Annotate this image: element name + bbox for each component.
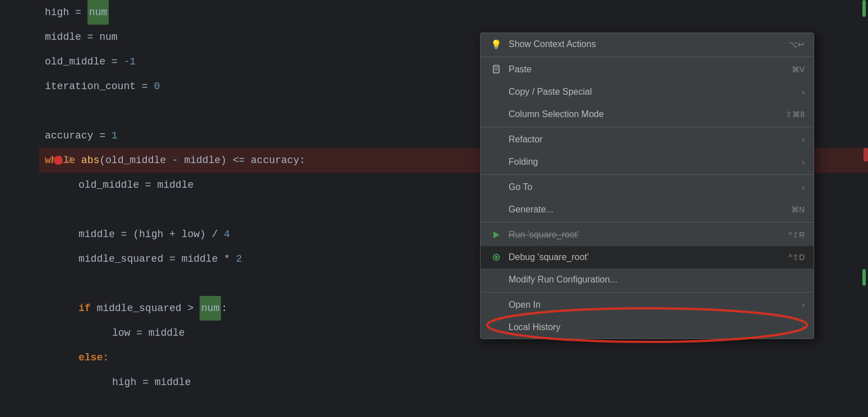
code-line-15: else: xyxy=(39,345,868,370)
scroll-indicator-top xyxy=(862,0,866,17)
divider-5 xyxy=(481,292,814,293)
menu-label-refactor: Refactor xyxy=(509,135,796,145)
menu-label-column-selection: Column Selection Mode xyxy=(509,109,774,119)
scroll-indicator-mid xyxy=(862,269,866,286)
menu-label-show-context: Show Context Actions xyxy=(509,39,778,49)
menu-label-goto: Go To xyxy=(509,182,796,192)
menu-label-copy-paste-special: Copy / Paste Special xyxy=(509,87,796,97)
menu-label-local-history: Local History xyxy=(509,322,796,332)
svg-line-11 xyxy=(493,254,495,256)
menu-label-paste: Paste xyxy=(509,64,781,75)
menu-label-debug: Debug 'square_root' xyxy=(509,252,777,262)
menu-item-show-context[interactable]: 💡 Show Context Actions ⌥↩ xyxy=(481,33,814,55)
menu-item-debug-square-root[interactable]: Debug 'square_root' ^⇧D xyxy=(481,246,814,268)
menu-shortcut-debug: ^⇧D xyxy=(788,253,805,262)
breakpoint-icon xyxy=(54,156,63,165)
svg-line-13 xyxy=(498,254,500,256)
bulb-icon: 💡 xyxy=(490,39,503,50)
shield-icon: 🛡 xyxy=(65,148,73,173)
menu-item-folding[interactable]: Folding › xyxy=(481,151,814,173)
menu-label-modify-run: Modify Run Configuration... xyxy=(509,275,805,285)
menu-item-column-selection[interactable]: Column Selection Mode ⇧⌘8 xyxy=(481,103,814,126)
code-line-16: high = middle xyxy=(39,370,868,395)
gutter-7: 🛡 xyxy=(39,148,79,173)
menu-item-local-history[interactable]: Local History › xyxy=(481,316,814,339)
svg-point-6 xyxy=(495,256,498,259)
context-menu: 💡 Show Context Actions ⌥↩ Paste ⌘V Copy … xyxy=(480,33,814,339)
menu-shortcut-generate: ⌘N xyxy=(791,205,805,214)
arrow-icon-3: › xyxy=(802,157,805,166)
arrow-icon-5: › xyxy=(802,300,805,309)
menu-item-goto[interactable]: Go To › xyxy=(481,176,814,198)
arrow-icon-6: › xyxy=(802,323,805,332)
menu-shortcut-show-context: ⌥↩ xyxy=(789,40,805,49)
menu-shortcut-paste: ⌘V xyxy=(792,65,805,74)
divider-3 xyxy=(481,174,814,175)
arrow-icon-2: › xyxy=(802,135,805,144)
menu-label-folding: Folding xyxy=(509,157,796,167)
svg-line-12 xyxy=(498,260,500,261)
error-indicator xyxy=(864,148,868,161)
menu-shortcut-column: ⇧⌘8 xyxy=(786,110,805,119)
menu-label-open-in: Open In xyxy=(509,300,796,310)
debug-icon xyxy=(490,253,503,262)
clipboard-icon xyxy=(490,64,503,75)
arrow-icon-1: › xyxy=(802,87,805,96)
divider-1 xyxy=(481,57,814,57)
menu-label-run: Run 'square_root' xyxy=(509,230,777,240)
svg-marker-4 xyxy=(493,231,500,238)
arrow-icon-4: › xyxy=(802,183,805,192)
code-line-1: high = num xyxy=(39,0,868,25)
play-icon xyxy=(490,231,503,239)
divider-2 xyxy=(481,127,814,127)
menu-item-run-square-root[interactable]: Run 'square_root' ^⇧R xyxy=(481,224,814,246)
menu-item-paste[interactable]: Paste ⌘V xyxy=(481,58,814,81)
svg-line-14 xyxy=(493,260,495,261)
divider-4 xyxy=(481,222,814,223)
menu-item-generate[interactable]: Generate... ⌘N xyxy=(481,198,814,221)
menu-shortcut-run: ^⇧R xyxy=(788,230,805,239)
svg-rect-1 xyxy=(495,65,498,67)
menu-item-refactor[interactable]: Refactor › xyxy=(481,128,814,151)
menu-item-copy-paste-special[interactable]: Copy / Paste Special › xyxy=(481,81,814,103)
menu-label-generate: Generate... xyxy=(509,205,780,215)
menu-item-modify-run-config[interactable]: Modify Run Configuration... xyxy=(481,268,814,291)
menu-item-open-in[interactable]: Open In › xyxy=(481,294,814,316)
